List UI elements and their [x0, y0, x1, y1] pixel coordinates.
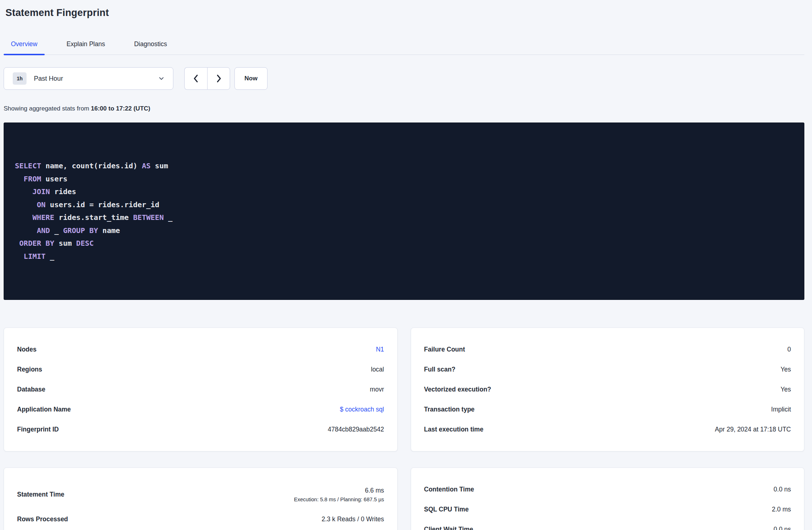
summary-row: Fingerprint ID 4784cb829aab2542 [17, 419, 384, 439]
execution-attributes-card: Failure Count 0 Full scan? Yes Vectorize… [411, 328, 805, 451]
aggregated-stats-caption: Showing aggregated stats from 16:00 to 1… [4, 105, 804, 112]
full-scan-label: Full scan? [424, 366, 456, 373]
sql-line: FROM users [15, 173, 793, 186]
tab-diagnostics[interactable]: Diagnostics [127, 37, 174, 55]
chevron-left-icon [192, 74, 200, 83]
summary-row: Contention Time 0.0 ns [424, 479, 791, 499]
statement-time-value: 6.6 ms [365, 487, 384, 494]
regions-value: local [371, 366, 384, 373]
contention-time-value: 0.0 ns [773, 486, 791, 493]
rows-processed-value: 2.3 k Reads / 0 Writes [322, 515, 384, 523]
wait-timing-card: Contention Time 0.0 ns SQL CPU Time 2.0 … [411, 467, 805, 530]
contention-time-label: Contention Time [424, 486, 474, 493]
sql-line: SELECT name, count(rides.id) AS sum [15, 160, 793, 173]
transaction-type-value: Implicit [771, 406, 791, 413]
summary-row: Vectorized execution? Yes [424, 380, 791, 399]
database-value: movr [370, 386, 384, 393]
tab-bar: Overview Explain Plans Diagnostics [4, 37, 804, 55]
time-step-buttons [184, 67, 230, 90]
caption-range: 16:00 to 17:22 (UTC) [91, 105, 150, 112]
timing-cards-row: Statement Time 6.6 ms Execution: 5.8 ms … [4, 467, 804, 530]
regions-label: Regions [17, 366, 42, 373]
fingerprint-id-value: 4784cb829aab2542 [328, 426, 384, 433]
summary-row: Transaction type Implicit [424, 399, 791, 419]
summary-row: Full scan? Yes [424, 360, 791, 380]
summary-row: Regions local [17, 360, 384, 380]
statement-time-breakdown: Execution: 5.8 ms / Planning: 687.5 µs [294, 497, 384, 502]
failure-count-value: 0 [787, 346, 791, 353]
sql-line: JOIN rides [15, 185, 793, 198]
full-scan-value: Yes [780, 366, 791, 373]
sql-cpu-time-value: 2.0 ms [772, 506, 791, 513]
now-button[interactable]: Now [234, 67, 268, 90]
sql-code: SELECT name, count(rides.id) AS sum FROM… [15, 160, 793, 263]
sql-line: ORDER BY sum DESC [15, 237, 793, 250]
next-interval-button[interactable] [207, 67, 230, 90]
transaction-type-label: Transaction type [424, 406, 475, 413]
database-label: Database [17, 386, 45, 393]
fingerprint-id-label: Fingerprint ID [17, 426, 59, 433]
application-name-link[interactable]: $ cockroach sql [340, 406, 384, 413]
page-title: Statement Fingerprint [5, 7, 804, 19]
statement-time-label: Statement Time [17, 491, 64, 498]
caption-prefix: Showing aggregated stats from [4, 105, 91, 112]
summary-row: Failure Count 0 [424, 340, 791, 360]
details-cards-row: Nodes N1 Regions local Database movr App… [4, 328, 804, 451]
nodes-link[interactable]: N1 [376, 346, 384, 353]
summary-row: Application Name $ cockroach sql [17, 399, 384, 419]
sql-cpu-time-label: SQL CPU Time [424, 506, 469, 513]
statement-details-card: Nodes N1 Regions local Database movr App… [4, 328, 398, 451]
vectorized-execution-label: Vectorized execution? [424, 386, 491, 393]
client-wait-time-value: 0.0 ns [773, 526, 791, 530]
summary-row: Client Wait Time 0.0 ns [424, 519, 791, 530]
time-interval-dropdown[interactable]: 1h Past Hour [4, 67, 173, 90]
statement-timing-card: Statement Time 6.6 ms Execution: 5.8 ms … [4, 467, 398, 530]
sql-line: LIMIT _ [15, 250, 793, 263]
summary-row: Statement Time 6.6 ms Execution: 5.8 ms … [17, 479, 384, 509]
tab-overview[interactable]: Overview [4, 37, 45, 55]
application-name-label: Application Name [17, 406, 71, 413]
interval-badge: 1h [13, 72, 27, 85]
nodes-label: Nodes [17, 346, 36, 353]
chevron-right-icon [215, 74, 222, 83]
tab-explain-plans[interactable]: Explain Plans [59, 37, 112, 55]
sql-statement-box: SELECT name, count(rides.id) AS sum FROM… [4, 123, 804, 300]
summary-row: SQL CPU Time 2.0 ms [424, 499, 791, 519]
failure-count-label: Failure Count [424, 346, 465, 353]
summary-row: Database movr [17, 380, 384, 399]
time-controls: 1h Past Hour Now [4, 67, 804, 90]
sql-line: ON users.id = rides.rider_id [15, 198, 793, 212]
statement-fingerprint-page: Statement Fingerprint Overview Explain P… [0, 7, 812, 530]
previous-interval-button[interactable] [184, 67, 207, 90]
client-wait-time-label: Client Wait Time [424, 526, 473, 530]
rows-processed-label: Rows Processed [17, 515, 68, 523]
vectorized-execution-value: Yes [780, 386, 791, 393]
summary-row: Rows Processed 2.3 k Reads / 0 Writes [17, 509, 384, 529]
summary-row: Nodes N1 [17, 340, 384, 360]
interval-label: Past Hour [34, 75, 158, 83]
last-execution-time-label: Last execution time [424, 426, 483, 433]
chevron-down-icon [158, 76, 164, 81]
summary-row: Last execution time Apr 29, 2024 at 17:1… [424, 419, 791, 439]
sql-line: WHERE rides.start_time BETWEEN _ [15, 211, 793, 224]
last-execution-time-value: Apr 29, 2024 at 17:18 UTC [715, 426, 791, 433]
sql-line: AND _ GROUP BY name [15, 224, 793, 237]
